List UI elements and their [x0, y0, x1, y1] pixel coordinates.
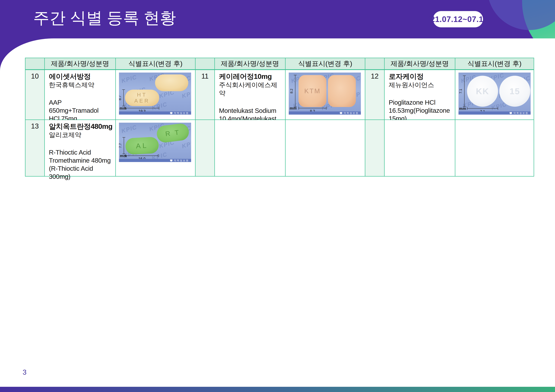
tablet-imprint: RT — [162, 128, 184, 138]
vertical-dimension-value: 8.7 — [119, 95, 122, 100]
photo-source-label: 약학정보원 — [174, 112, 189, 114]
tablet-imprint: 15 — [510, 86, 520, 96]
entry-product-cell: 케이레어정10mg 주식회사케이에스제약 Montelukast Sodium … — [215, 70, 285, 120]
header-identification-cell: 식별표시(변경 후) — [455, 58, 534, 69]
weekly-identification-table: 제품/회사명/성분명 식별표시(변경 후) 제품/회사명/성분명 식별표시(변경… — [25, 58, 534, 177]
header-band: 주간 식별 등록 현황 ‘21.07.12~07.16 — [0, 0, 555, 38]
empty-cell — [455, 120, 534, 176]
header-product-cell: 제품/회사명/성분명 — [215, 58, 285, 69]
kpic-logo-icon — [510, 112, 512, 114]
empty-cell — [385, 120, 455, 176]
horizontal-dimension-ruler: 16.0 — [125, 156, 158, 156]
drug-name: 에이셋서방정 — [49, 72, 113, 81]
slate-circle-decoration — [487, 0, 555, 30]
drug-company: 알리코제약 — [49, 131, 113, 139]
drug-company: 한국휴텍스제약 — [49, 81, 113, 89]
kpic-watermark: KPIC — [121, 74, 138, 84]
entry-identification-cell: KPIC KPIC KPIC KPIC KPIC KPIC KPIC KPIC … — [285, 70, 365, 120]
tablet-imprint: AER — [134, 98, 150, 104]
entry-product-cell: 로자케이정 제뉴원사이언스 Pioglitazone HCl 16.53mg(P… — [385, 70, 455, 120]
photo-source-label: 약학정보원 — [344, 112, 359, 114]
pill-photo: KPIC KPIC KPIC KPIC KPIC KPIC KPIC KPIC … — [289, 72, 361, 114]
drug-ingredient: Pioglitazone HCl 16.53mg(Pioglitazone 15… — [389, 99, 452, 123]
photo-source-label: 약학정보원 — [174, 159, 189, 162]
entry-product-cell: 알치옥트란정480mg 알리코제약 R-Thioctic Acid Tromet… — [45, 120, 115, 176]
drug-name: 알치옥트란정480mg — [49, 122, 113, 131]
vertical-dimension-ruler: 8.7 — [124, 90, 124, 106]
pill-photo: KPIC KPIC KPIC KPIC KPIC KPIC KPIC KPIC … — [119, 72, 191, 114]
kpic-watermark: KPIC — [121, 124, 138, 135]
drug-name: 케이레어정10mg — [219, 72, 283, 81]
header-number-cell — [25, 58, 44, 69]
drug-ingredient: R-Thioctic Acid Tromethamine 480mg (R-Th… — [49, 149, 113, 181]
tablet-imprint: KK — [476, 86, 489, 96]
page-title: 주간 식별 등록 현황 — [33, 7, 176, 29]
horizontal-dimension-ruler: 7.1 — [467, 108, 498, 109]
photo-source-bar: 약학정보원 — [459, 111, 531, 114]
vertical-dimension-ruler: 8.2 — [295, 75, 295, 107]
pill-photo: KPIC KPIC KPIC KPIC KPIC KPIC KPIC KPIC … — [119, 123, 191, 162]
entry-number: 13 — [25, 120, 44, 176]
empty-cell — [215, 120, 285, 176]
drug-company: 주식회사케이에스제약 — [219, 81, 283, 97]
horizontal-dimension-ruler: 8.2 — [299, 108, 326, 108]
entry-identification-cell: KPIC KPIC KPIC KPIC KPIC KPIC KPIC KPIC … — [116, 120, 195, 176]
vertical-dimension-ruler: 7.7 — [124, 137, 124, 154]
tablet-imprint: AL — [136, 142, 148, 150]
kpic-watermark: KPIC — [181, 139, 191, 150]
unit-label: mm — [290, 106, 297, 110]
unit-label: mm — [459, 106, 466, 111]
kpic-logo-icon — [340, 112, 342, 114]
date-range-badge: ‘21.07.12~07.16 — [433, 11, 483, 27]
header-product-cell: 제품/회사명/성분명 — [385, 58, 455, 69]
photo-source-bar: 약학정보원 — [119, 159, 191, 162]
slide-page: 주간 식별 등록 현황 ‘21.07.12~07.16 제품/회사명/성분명 식… — [0, 0, 555, 392]
pill-photo: KPIC KPIC KPIC KPIC KPIC KPIC KPIC KPIC … — [459, 72, 531, 114]
header-number-cell — [365, 58, 384, 69]
tablet-shape — [328, 75, 356, 107]
kpic-logo-icon — [170, 159, 172, 162]
drug-ingredient: AAP 650mg+Tramadol HCl 75mg — [49, 99, 113, 123]
tablet-shape: 15 — [499, 76, 530, 107]
empty-number-cell — [196, 120, 214, 176]
empty-number-cell — [365, 120, 384, 176]
drug-name: 로자케이정 — [389, 72, 452, 81]
unit-label: mm — [120, 154, 127, 158]
header-product-cell: 제품/회사명/성분명 — [45, 58, 115, 69]
page-number: 3 — [23, 368, 26, 376]
bottom-gradient-bar — [0, 387, 555, 392]
drug-company: 제뉴원사이언스 — [389, 81, 452, 89]
photo-source-bar: 약학정보원 — [119, 111, 191, 114]
vertical-dimension-value: 7.1 — [459, 89, 463, 94]
header-identification-cell: 식별표시(변경 후) — [285, 58, 365, 69]
tablet-shape: KK — [467, 76, 498, 107]
photo-source-bar: 약학정보원 — [289, 111, 361, 114]
empty-cell — [285, 120, 365, 176]
kpic-logo-icon — [170, 112, 172, 114]
tablet-shape: AL — [125, 137, 159, 155]
photo-source-label: 약학정보원 — [513, 112, 528, 114]
entry-product-cell: 에이셋서방정 한국휴텍스제약 AAP 650mg+Tramadol HCl 75… — [45, 70, 115, 120]
tablet-shape: HT AER — [125, 90, 159, 106]
unit-label: mm — [120, 106, 127, 110]
entry-number: 12 — [365, 70, 384, 120]
entry-identification-cell: KPIC KPIC KPIC KPIC KPIC KPIC KPIC KPIC … — [116, 70, 195, 120]
horizontal-dimension-ruler: 19.3 — [125, 108, 159, 108]
tablet-shape: KTM — [299, 75, 326, 107]
tablet-imprint: HT — [137, 92, 147, 98]
header-identification-cell: 식별표시(변경 후) — [116, 58, 195, 69]
entry-identification-cell: KPIC KPIC KPIC KPIC KPIC KPIC KPIC KPIC … — [455, 70, 534, 120]
vertical-dimension-ruler: 7.1 — [464, 76, 465, 107]
tablet-shape — [155, 74, 188, 91]
header-number-cell — [196, 58, 214, 69]
vertical-dimension-value: 8.2 — [290, 89, 294, 93]
entry-number: 11 — [196, 70, 214, 120]
entry-number: 10 — [25, 70, 44, 120]
tablet-imprint: KTM — [304, 87, 321, 95]
vertical-dimension-value: 7.7 — [119, 143, 122, 148]
